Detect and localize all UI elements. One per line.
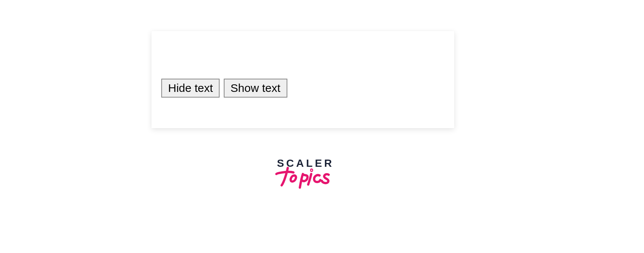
logo-line2-wrapper (273, 166, 337, 192)
hide-text-button[interactable]: Hide text (161, 79, 220, 98)
show-text-button[interactable]: Show text (224, 79, 287, 98)
demo-panel: Hide text Show text (151, 31, 454, 128)
topics-script-icon (273, 163, 337, 193)
scaler-topics-logo: SCALER (273, 157, 337, 192)
